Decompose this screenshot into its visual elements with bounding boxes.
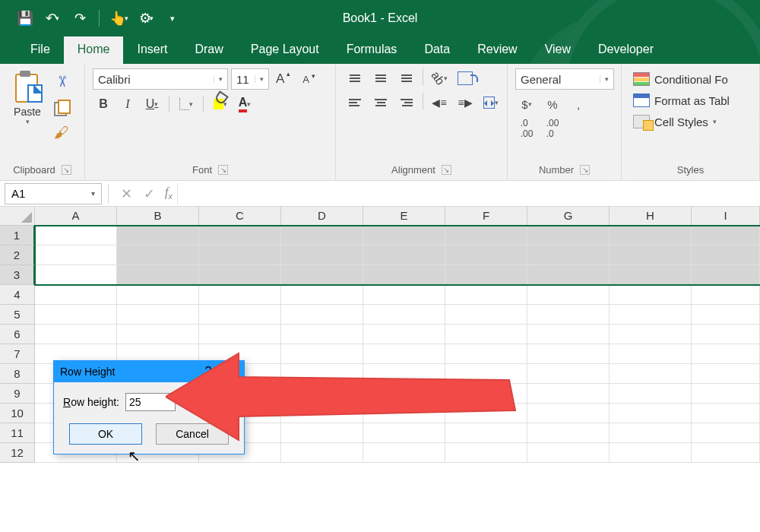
qat-customize-icon[interactable]: ▾ (162, 7, 185, 30)
cell[interactable] (610, 285, 692, 305)
tab-home[interactable]: Home (64, 36, 124, 64)
cell[interactable] (527, 305, 610, 325)
font-name-combo[interactable]: Calibri▾ (93, 68, 228, 90)
enter-formula-icon[interactable]: ✓ (138, 185, 160, 202)
cell[interactable] (363, 384, 445, 404)
cell[interactable] (527, 226, 610, 245)
row-header[interactable]: 12 (0, 443, 35, 463)
cell[interactable] (527, 404, 610, 423)
cell[interactable] (35, 245, 117, 265)
cell[interactable] (445, 305, 527, 325)
cell[interactable] (35, 265, 117, 285)
cell[interactable] (199, 285, 281, 305)
alignment-launcher-icon[interactable]: ↘ (442, 165, 451, 175)
cell[interactable] (363, 325, 445, 344)
cell-styles-button[interactable]: Cell Styles ▾ (629, 112, 720, 131)
cell[interactable] (363, 226, 445, 245)
underline-button[interactable]: U ▾ (141, 94, 163, 114)
cell[interactable] (445, 245, 527, 265)
cancel-formula-icon[interactable]: ✕ (115, 185, 138, 202)
cell[interactable] (527, 325, 610, 344)
cell[interactable] (117, 245, 199, 265)
cell[interactable] (445, 226, 527, 245)
row-header[interactable]: 4 (0, 285, 35, 305)
cell[interactable] (527, 344, 610, 364)
tab-formulas[interactable]: Formulas (333, 36, 411, 64)
tab-review[interactable]: Review (464, 36, 530, 64)
cell[interactable] (199, 245, 281, 265)
bold-button[interactable]: B (93, 94, 114, 114)
cell[interactable] (445, 344, 527, 364)
cell[interactable] (363, 265, 445, 285)
cell[interactable] (445, 423, 527, 443)
cell[interactable] (281, 344, 363, 364)
col-header[interactable]: E (363, 207, 445, 226)
cell[interactable] (445, 404, 527, 423)
number-launcher-icon[interactable]: ↘ (580, 165, 590, 175)
col-header[interactable]: B (117, 207, 199, 226)
cell[interactable] (363, 344, 445, 364)
wrap-text-icon[interactable] (454, 68, 477, 88)
increase-indent-icon[interactable]: ≡▶ (454, 93, 477, 112)
cell[interactable] (692, 344, 760, 364)
merge-center-icon[interactable]: ▾ (480, 93, 502, 112)
cell[interactable] (199, 305, 281, 325)
cell[interactable] (199, 265, 281, 285)
row-header[interactable]: 3 (0, 265, 35, 285)
fill-color-button[interactable]: ▾ (210, 94, 231, 114)
cell[interactable] (692, 364, 760, 384)
accounting-format-icon[interactable]: $ ▾ (515, 94, 538, 114)
ok-button[interactable]: OK (69, 423, 142, 445)
conditional-formatting-button[interactable]: Conditional Fo (629, 70, 732, 88)
formula-input[interactable] (177, 183, 760, 204)
font-launcher-icon[interactable]: ↘ (218, 165, 228, 175)
cell[interactable] (35, 285, 117, 305)
cell[interactable] (610, 265, 692, 285)
align-center-icon[interactable] (369, 93, 392, 112)
align-right-icon[interactable] (395, 93, 418, 112)
cell[interactable] (610, 423, 692, 443)
tab-developer[interactable]: Developer (584, 36, 667, 64)
cell[interactable] (199, 226, 281, 245)
cell[interactable] (363, 423, 445, 443)
cell[interactable] (610, 364, 692, 384)
increase-decimal-icon[interactable]: .0.00 (515, 119, 538, 138)
cell[interactable] (610, 344, 692, 364)
cell[interactable] (527, 285, 610, 305)
cell[interactable] (527, 443, 610, 463)
tab-view[interactable]: View (531, 36, 584, 64)
row-header[interactable]: 5 (0, 305, 35, 325)
cell[interactable] (35, 226, 117, 245)
comma-format-icon[interactable]: , (567, 94, 590, 114)
format-painter-icon[interactable]: 🖌 (50, 122, 73, 144)
undo-icon[interactable]: ↶▾ (41, 7, 64, 30)
cut-icon[interactable]: ✂ (50, 70, 73, 93)
row-header[interactable]: 7 (0, 344, 35, 364)
cell[interactable] (610, 384, 692, 404)
cell[interactable] (692, 423, 760, 443)
cell[interactable] (281, 404, 363, 423)
row-header[interactable]: 10 (0, 404, 35, 423)
redo-icon[interactable]: ↷ (68, 7, 91, 30)
align-left-icon[interactable] (344, 93, 366, 112)
cell[interactable] (445, 285, 527, 305)
italic-button[interactable]: I (117, 94, 138, 114)
cell[interactable] (199, 325, 281, 344)
row-header[interactable]: 2 (0, 245, 35, 265)
tab-file[interactable]: File (17, 36, 64, 64)
cell[interactable] (692, 305, 760, 325)
orientation-icon[interactable]: ab▾ (428, 68, 451, 88)
col-header[interactable]: F (445, 207, 527, 226)
cell[interactable] (281, 423, 363, 443)
cell[interactable] (363, 404, 445, 423)
cell[interactable] (527, 245, 610, 265)
cell[interactable] (692, 325, 760, 344)
col-header[interactable]: H (610, 207, 692, 226)
cell[interactable] (610, 443, 692, 463)
cell[interactable] (281, 285, 363, 305)
close-icon[interactable]: ✕ (218, 365, 238, 379)
tab-page-layout[interactable]: Page Layout (237, 36, 333, 64)
tab-insert[interactable]: Insert (123, 36, 181, 64)
cell[interactable] (363, 443, 445, 463)
cell[interactable] (692, 285, 760, 305)
